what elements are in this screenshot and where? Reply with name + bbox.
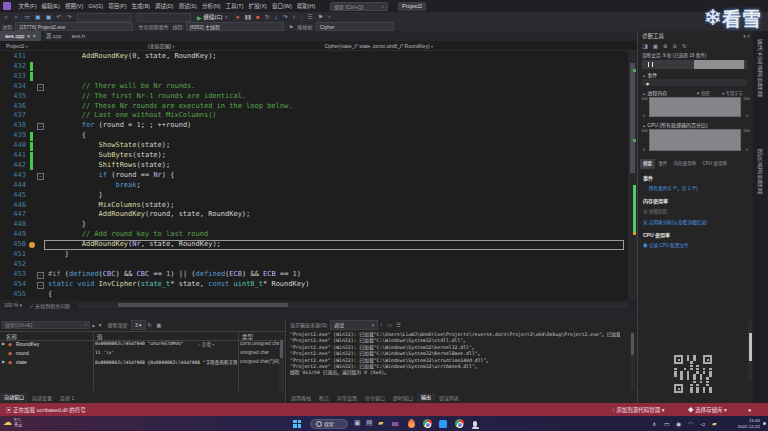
search-depth-combo[interactable]: 3 ▾ [131,320,146,330]
editor-tab[interactable]: 源.cpp [41,31,67,41]
code-line[interactable]: 440 ShowState(state); [0,141,628,151]
tray-monitor-icon[interactable]: ▭ [664,420,670,427]
code-line[interactable]: 435 // The first Nr-1 rounds are identic… [0,92,628,102]
forward-icon[interactable]: ► [13,12,19,22]
search-next-icon[interactable]: ▾ [99,322,102,328]
menu-item[interactable]: 文件(F) [16,2,39,10]
code-line[interactable]: 453–#if (defined(CBC) && CBC == 1) || (d… [0,270,628,280]
menu-item[interactable]: 帮助(H) [294,2,318,10]
zoom-in-icon[interactable]: ⊕ [663,43,668,49]
close-icon[interactable]: × [33,33,36,39]
scrollbar-thumb[interactable] [280,340,283,358]
diagnostic-tab[interactable]: CPU 使用率 [699,159,730,169]
code-line[interactable]: 433 [0,72,628,82]
timeline-selection[interactable] [694,60,744,69]
restart-icon[interactable]: ↻ [265,12,270,22]
taskbar-search[interactable]: 搜索 [310,419,348,429]
code-line[interactable]: 442 ShiftRows(state); [0,161,628,171]
watch-scrollbar[interactable] [279,339,284,391]
events-track[interactable]: ◆ [642,79,747,86]
watch-row[interactable]: ◆round11 '\v'unsigned char [0,348,286,357]
find-message-icon[interactable]: ⌕ [380,321,383,328]
tray-chevron-up-icon[interactable]: ∧ [652,420,656,427]
menu-item[interactable]: 项目(P) [106,2,129,10]
panel-tab[interactable]: 命令窗口 [361,394,389,401]
code-line[interactable]: 444 break; [0,181,628,191]
breadcrumb-scope-combo[interactable]: (全局范围) ▾ [148,42,175,49]
editor-horizontal-scrollbar[interactable] [78,302,629,308]
bookmark-icon[interactable]: ⚑ [318,12,323,22]
scrollbar-thumb[interactable] [631,333,634,355]
stop-debug-icon[interactable]: ■ [256,12,260,22]
code-line[interactable]: 445 } [0,191,628,201]
code-line[interactable]: 455{ [0,290,628,300]
breadcrumb-member-combo[interactable]: Cipher(state_t* state, const uint8_t* Ro… [325,43,433,49]
continue-button[interactable]: ▶ 继续(C) ▾ [197,12,230,22]
scrollbar-thumb[interactable] [749,333,752,361]
record-cpu-link[interactable]: ◉ 记录 CPU 配置文件 [643,242,689,248]
take-snapshot-button[interactable]: ▣ 拍摄快照 [643,208,667,214]
editor-zoom-combo[interactable]: 100 % ▾ [4,302,22,308]
search-prev-icon[interactable]: ▴ [92,322,95,328]
taskbar-clock[interactable]: 15:40 2022-12-22 [738,418,760,429]
events-section-header[interactable]: ▲ 事件 [642,71,657,78]
menu-item[interactable]: 扩展(X) [246,2,269,10]
stack-frame-combo[interactable]: Cipher [316,22,394,31]
editor-vertical-scrollbar[interactable] [628,51,637,300]
panel-tab[interactable]: 错误列表 [435,394,463,401]
document-health-indicator[interactable]: ✓ 未找到相关问题 [30,302,70,309]
step-out-icon[interactable]: ↑ [293,12,296,22]
cpu-chart[interactable] [649,129,741,151]
zoom-out-icon[interactable]: ⊖ [673,43,678,49]
menu-item[interactable]: 分析(N) [199,2,223,10]
code-line[interactable]: 437 // Last one without MixColumns() [0,111,628,121]
editor-tab[interactable]: aes.h [67,31,90,41]
menu-item[interactable]: 生成(B) [129,2,152,10]
process-combo[interactable]: [15776] Project2.exe [15,22,133,31]
notification-center-icon[interactable] [763,422,766,425]
configuration-combo[interactable] [77,13,131,22]
settings-icon[interactable]: ◨ [643,43,648,49]
vscode-app-icon[interactable] [438,419,448,429]
platform-combo[interactable] [137,13,191,22]
menu-item[interactable]: Git(G) [86,3,106,9]
menu-item[interactable]: 窗口(W) [269,2,294,10]
diagnostic-tab[interactable]: 摘要 [640,159,655,169]
break-all-icon[interactable]: ▮▮ [244,12,251,22]
tray-wifi-icon[interactable]: ◠ [688,420,693,427]
close-icon[interactable]: × [747,33,750,39]
timeline-ruler[interactable] [642,60,747,69]
memory-section-header[interactable]: ▲ 进程内存 [642,89,667,96]
flame-app-icon[interactable] [406,419,416,429]
widgets-icon[interactable]: ▤ [366,419,373,427]
watch-row[interactable]: ▶◆state0x0000002c745df908 {0x0000002c745… [0,357,286,366]
code-line[interactable]: 431 AddRoundKey(0, state, RoundKey); [0,52,628,62]
thread-combo[interactable]: [6952] 主线程 [186,22,284,31]
panel-splitter[interactable] [0,310,637,318]
event-marker-icon[interactable]: ◆ [646,81,649,86]
open-file-icon[interactable]: ▭ [24,12,30,22]
select-tool-icon[interactable]: ▣ [653,43,658,49]
watch-search-input[interactable]: 搜索(Ctrl+E) ⌕ [2,321,90,329]
editor-tab[interactable]: aes.cpp▾× [0,31,41,41]
code-line[interactable]: 443– if (round == Nr) { [0,171,628,181]
view-visualizer-link[interactable]: ⌕ 查看 ▾ [196,341,214,347]
tray-mic-icon[interactable]: ◉ [676,420,681,427]
scrollbar-thumb[interactable] [630,63,635,173]
chrome-app-icon[interactable] [422,419,432,429]
code-line[interactable]: 432 [0,62,628,72]
refresh-icon[interactable]: ↻ [148,322,153,328]
code-line[interactable]: 441 SubBytes(state); [0,151,628,161]
word-wrap-icon[interactable]: ☰ [396,322,401,328]
fold-toggle-icon[interactable]: – [37,173,44,180]
save-all-icon[interactable]: ▣ [46,12,52,22]
watch-row[interactable]: ▶◆RoundKey0x0000002c745df940 "uVuYkG7DMV… [0,339,286,348]
visual-studio-app-icon[interactable]: ∞ [390,419,400,429]
output-scrollbar[interactable] [630,332,635,390]
panel-tab[interactable]: 异常设置 [333,394,361,401]
start-button[interactable] [293,420,301,428]
menu-item[interactable]: 视图(V) [62,2,85,10]
auto-hide-tab[interactable]: 解决方案资源管理器 [756,39,764,98]
browser-app-icon[interactable] [454,419,464,429]
save-icon[interactable]: ▣ [35,12,41,22]
